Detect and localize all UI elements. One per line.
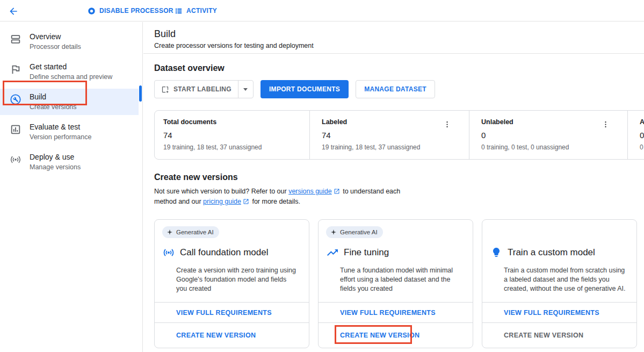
page-subtitle: Create processor versions for testing an…	[154, 42, 644, 49]
version-cards: Generative AI Call foundation model Crea…	[154, 219, 637, 348]
stat-sub: 19 training, 18 test, 37 unassigned	[163, 143, 309, 151]
sidebar-item-text: Overview Processor details	[30, 32, 81, 52]
badge-label: Generative AI	[340, 229, 378, 235]
dataset-actions: START LABELING IMPORT DOCUMENTS MANAGE D…	[154, 80, 435, 98]
view-full-requirements-link[interactable]: VIEW FULL REQUIREMENTS	[482, 302, 636, 322]
unlabeled-menu-button[interactable]	[600, 119, 610, 129]
badge-row: Generative AI	[326, 226, 464, 238]
intro-text-3: for more details.	[250, 198, 300, 205]
header-divider	[143, 53, 644, 54]
manage-dataset-button[interactable]: MANAGE DATASET	[356, 80, 435, 98]
start-labeling-button[interactable]: START LABELING	[155, 81, 238, 98]
stat-value: 74	[322, 131, 469, 140]
sidebar-item-get-started[interactable]: Get started Define schema and preview	[0, 59, 139, 85]
sensors-icon	[162, 246, 175, 259]
card-title-row: Fine tuning	[326, 246, 464, 259]
chart-icon	[10, 124, 21, 135]
stat-total-documents: Total documents 74 19 training, 18 test,…	[155, 111, 309, 159]
start-labeling-dropdown[interactable]	[238, 81, 253, 98]
sidebar-scrollbar-thumb[interactable]	[139, 85, 142, 102]
stat-sub: 0 training, 0 test, 0 unassigned	[481, 143, 627, 151]
activity-label: ACTIVITY	[186, 7, 217, 15]
sidebar-item-label: Get started	[30, 62, 112, 72]
trending-up-icon	[326, 246, 339, 259]
create-new-version-link-disabled: CREATE NEW VERSION	[482, 322, 636, 348]
generative-ai-badge: Generative AI	[326, 226, 383, 238]
arrow-back-icon	[8, 6, 19, 17]
stat-value: 74	[163, 131, 309, 140]
card-links: VIEW FULL REQUIREMENTS CREATE NEW VERSIO…	[482, 302, 636, 348]
back-button[interactable]	[6, 4, 20, 18]
sidebar-item-sublabel: Manage versions	[30, 163, 81, 172]
pricing-guide-link[interactable]: pricing guide	[203, 198, 241, 205]
card-title: Call foundation model	[180, 247, 268, 258]
labeled-menu-button[interactable]	[442, 119, 452, 129]
dataset-stats-card: Total documents 74 19 training, 18 test,…	[154, 110, 644, 160]
broadcast-icon	[10, 154, 21, 166]
sidebar-item-overview[interactable]: Overview Processor details	[0, 28, 139, 55]
stat-label: Aut	[640, 118, 644, 126]
sidebar-item-label: Evaluate & test	[30, 122, 91, 132]
external-link-icon	[334, 188, 340, 195]
versions-intro-text: Not sure which version to build? Refer t…	[154, 186, 418, 207]
overview-icon	[10, 33, 21, 45]
sidebar-item-sublabel: Define schema and preview	[30, 73, 112, 82]
view-full-requirements-link[interactable]: VIEW FULL REQUIREMENTS	[155, 302, 309, 322]
stat-value: 0	[481, 131, 627, 140]
disable-circle-icon	[88, 7, 96, 15]
create-new-versions-heading: Create new versions	[154, 173, 238, 182]
sidebar-item-sublabel: Version performance	[30, 133, 91, 142]
generative-ai-badge: Generative AI	[162, 226, 219, 238]
badge-row	[490, 226, 628, 238]
sidebar-nav: Overview Processor details Get started D…	[0, 22, 143, 352]
sidebar-item-text: Build Create versions	[30, 92, 77, 112]
intro-text-1: Not sure which version to build? Refer t…	[154, 188, 288, 195]
sidebar-item-sublabel: Create versions	[30, 103, 77, 112]
card-links: VIEW FULL REQUIREMENTS CREATE NEW VERSIO…	[319, 302, 473, 348]
view-full-requirements-link[interactable]: VIEW FULL REQUIREMENTS	[319, 302, 473, 322]
card-fine-tuning: Generative AI Fine tuning Tune a foundat…	[318, 219, 473, 348]
sidebar-item-evaluate-test[interactable]: Evaluate & test Version performance	[0, 119, 139, 145]
sidebar-item-deploy-use[interactable]: Deploy & use Manage versions	[0, 149, 139, 175]
stat-sub: 19 training, 18 test, 37 unassigned	[322, 143, 469, 151]
label-square-icon	[161, 85, 169, 94]
card-links: VIEW FULL REQUIREMENTS CREATE NEW VERSIO…	[155, 302, 309, 348]
activity-list-icon	[175, 7, 183, 15]
build-circle-icon	[10, 94, 21, 105]
create-new-version-link[interactable]: CREATE NEW VERSION	[319, 322, 473, 348]
stat-labeled: Labeled 74 19 training, 18 test, 37 unas…	[309, 111, 469, 159]
page-title: Build	[154, 28, 644, 40]
start-labeling-split-button: START LABELING	[154, 80, 254, 98]
stat-auto-labeled-clipped: Aut 0 0 tra	[627, 111, 644, 159]
create-new-version-link[interactable]: CREATE NEW VERSION	[155, 322, 309, 348]
sidebar-item-text: Evaluate & test Version performance	[30, 122, 91, 142]
lightbulb-icon	[490, 246, 503, 259]
card-title: Train a custom model	[508, 247, 595, 258]
kebab-menu-icon	[443, 120, 451, 128]
sidebar-item-label: Deploy & use	[30, 152, 81, 162]
stat-sub: 0 tra	[640, 143, 644, 151]
import-documents-button[interactable]: IMPORT DOCUMENTS	[261, 80, 349, 98]
flag-icon	[10, 63, 21, 75]
external-link-icon	[243, 198, 249, 205]
sidebar-item-sublabel: Processor details	[30, 42, 81, 52]
sidebar-item-label: Overview	[30, 32, 81, 42]
disable-processor-label: DISABLE PROCESSOR	[99, 7, 173, 15]
start-labeling-label: START LABELING	[173, 85, 231, 93]
documentai-build-page: DISABLE PROCESSOR ACTIVITY Overview Proc…	[0, 0, 644, 352]
disable-processor-button[interactable]: DISABLE PROCESSOR	[88, 0, 173, 21]
versions-guide-link[interactable]: versions guide	[288, 188, 332, 195]
card-title-row: Call foundation model	[162, 246, 300, 259]
dataset-overview-heading: Dataset overview	[154, 63, 644, 73]
sidebar-item-label: Build	[30, 92, 77, 102]
sparkle-icon	[167, 229, 173, 235]
card-title: Fine tuning	[344, 247, 389, 258]
stat-value: 0	[640, 131, 644, 140]
activity-button[interactable]: ACTIVITY	[175, 0, 217, 21]
badge-label: Generative AI	[176, 229, 214, 235]
card-description: Tune a foundation model with minimal eff…	[340, 266, 462, 293]
card-description: Create a version with zero training usin…	[176, 266, 298, 293]
card-train-custom-model: Train a custom model Train a custom mode…	[482, 219, 637, 348]
sidebar-item-build[interactable]: Build Create versions	[0, 89, 139, 115]
chevron-down-icon	[243, 88, 248, 91]
